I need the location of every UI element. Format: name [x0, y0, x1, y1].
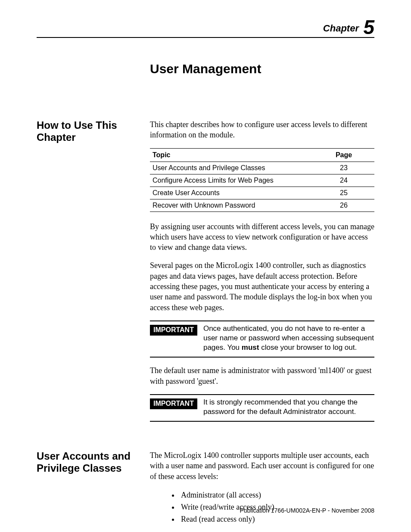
important-callout: IMPORTANT It is strongly recommended tha… [150, 394, 374, 422]
list-item: Read (read access only) [179, 513, 374, 526]
cell-page: 25 [313, 187, 374, 199]
chapter-header: Chapter 5 [37, 17, 374, 38]
intro-paragraph: The MicroLogix 1400 controller supports … [150, 450, 374, 482]
important-text: It is strongly recommended that you chan… [203, 398, 374, 417]
list-item: Administrator (all access) [179, 489, 374, 501]
table-row: Create User Accounts 25 [150, 187, 374, 199]
cell-page: 24 [313, 174, 374, 187]
body-paragraph: The default user name is administrator w… [150, 365, 374, 386]
important-label: IMPORTANT [150, 398, 197, 409]
chapter-label: Chapter [323, 23, 359, 34]
section-heading: User Accounts and Privilege Classes [37, 450, 150, 474]
important-text: Once authenticated, you do not have to r… [203, 324, 374, 352]
section-heading: How to Use This Chapter [37, 119, 150, 143]
important-label: IMPORTANT [150, 325, 197, 336]
chapter-number: 5 [363, 16, 374, 38]
cell-page: 23 [313, 162, 374, 174]
cell-topic: Configure Access Limits for Web Pages [150, 174, 313, 187]
cell-topic: Create User Accounts [150, 187, 313, 199]
cell-topic: User Accounts and Privilege Classes [150, 162, 313, 174]
topics-table: Topic Page User Accounts and Privilege C… [150, 148, 374, 212]
section-user-accounts: User Accounts and Privilege Classes The … [37, 450, 374, 532]
cell-page: 26 [313, 199, 374, 212]
body-paragraph: Several pages on the MicroLogix 1400 con… [150, 260, 374, 312]
table-row: Configure Access Limits for Web Pages 24 [150, 174, 374, 187]
table-row: User Accounts and Privilege Classes 23 [150, 162, 374, 174]
section-how-to-use: How to Use This Chapter This chapter des… [37, 119, 374, 429]
th-topic: Topic [150, 148, 313, 162]
page-title: User Management [150, 62, 374, 76]
important-callout: IMPORTANT Once authenticated, you do not… [150, 320, 374, 358]
publication-footer: Publication 1766-UM002A-EN-P - November … [240, 507, 374, 514]
body-paragraph: By assigning user accounts with differen… [150, 221, 374, 253]
cell-topic: Recover with Unknown Password [150, 199, 313, 212]
intro-paragraph: This chapter describes how to configure … [150, 119, 374, 140]
table-row: Recover with Unknown Password 26 [150, 199, 374, 212]
th-page: Page [313, 148, 374, 162]
